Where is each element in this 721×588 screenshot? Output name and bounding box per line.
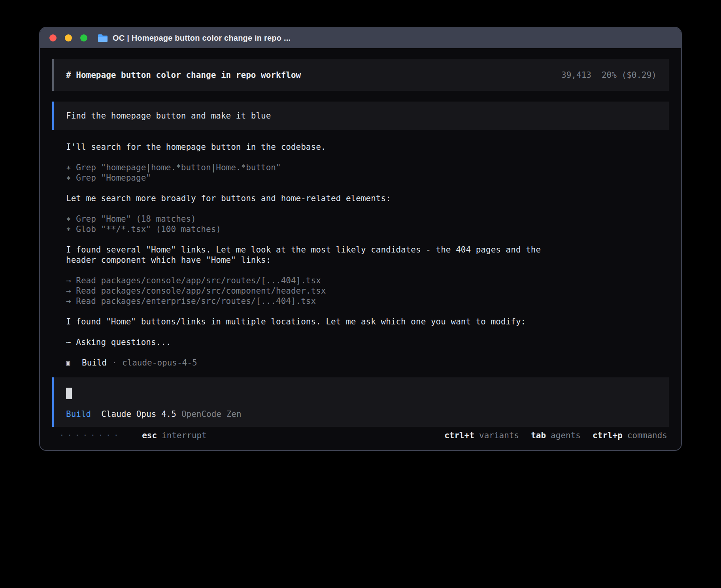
shortcut-label: agents <box>551 430 581 441</box>
agent-icon: ▣ <box>66 358 82 368</box>
paragraph: ~ Asking questions... <box>66 337 566 347</box>
terminal-window: OC | Homepage button color change in rep… <box>39 27 682 451</box>
input-mode-row: Build Claude Opus 4.5 OpenCode Zen <box>66 409 657 419</box>
zoom-button[interactable] <box>80 34 87 41</box>
status-bar: ········ esc interrupt ctrl+t variants t… <box>52 430 669 441</box>
shortcut-key: tab <box>531 430 546 441</box>
shortcut-key: ctrl+t <box>444 430 474 441</box>
agent-model: claude-opus-4-5 <box>122 358 197 368</box>
tool-call-read: → Read packages/enterprise/src/routes/[.… <box>66 296 566 306</box>
close-button[interactable] <box>49 34 57 41</box>
tool-call-grep: ∗ Grep "Home" (18 matches) <box>66 214 566 224</box>
context-cost: 20% ($0.29) <box>602 70 657 80</box>
minimize-button[interactable] <box>65 34 72 41</box>
tool-call-grep: ∗ Grep "Homepage" <box>66 173 566 183</box>
agent-status-row: ▣ Build · claude-opus-4-5 <box>52 358 669 368</box>
session-stats: 39,413 20% ($0.29) <box>561 70 657 80</box>
shortcut-agents: tab agents <box>531 430 581 441</box>
paragraph: Let me search more broadly for buttons a… <box>66 193 566 204</box>
status-bar-left: ········ esc interrupt <box>59 430 207 441</box>
window-title: OC | Homepage button color change in rep… <box>113 34 291 43</box>
text-cursor <box>66 388 72 399</box>
shortcut-label: commands <box>627 430 667 441</box>
titlebar[interactable]: OC | Homepage button color change in rep… <box>40 28 681 48</box>
tool-call-read: → Read packages/console/app/src/routes/[… <box>66 275 566 286</box>
paragraph: ∗ Grep "homepage|home.*button|Home.*butt… <box>66 162 566 183</box>
tool-call-read: → Read packages/console/app/src/componen… <box>66 286 566 296</box>
folder-icon <box>98 34 108 42</box>
assistant-text: I found several "Home" links. Let me loo… <box>66 245 566 265</box>
paragraph: I found "Home" buttons/links in multiple… <box>66 317 566 327</box>
terminal-content: # Homepage button color change in repo w… <box>40 48 681 441</box>
assistant-text: Let me search more broadly for buttons a… <box>66 193 566 204</box>
shortcut-variants: ctrl+t variants <box>444 430 519 441</box>
spinner-dots: ········ <box>59 430 121 441</box>
provider-label: OpenCode Zen <box>181 409 242 419</box>
session-header: # Homepage button color change in repo w… <box>52 59 669 91</box>
traffic-lights <box>49 34 87 41</box>
paragraph: I found several "Home" links. Let me loo… <box>66 245 566 265</box>
status-bar-right: ctrl+t variants tab agents ctrl+p comman… <box>444 430 667 441</box>
shortcut-key: ctrl+p <box>593 430 623 441</box>
user-message: Find the homepage button and make it blu… <box>52 102 669 130</box>
paragraph: I'll search for the homepage button in t… <box>66 142 566 152</box>
model-label: Claude Opus 4.5 <box>101 409 176 419</box>
assistant-transcript: I'll search for the homepage button in t… <box>52 142 566 347</box>
tool-call-grep: ∗ Grep "homepage|home.*button|Home.*butt… <box>66 162 566 173</box>
agent-separator: · <box>112 358 117 368</box>
agent-name: Build <box>82 358 107 368</box>
shortcut-commands: ctrl+p commands <box>593 430 667 441</box>
token-count: 39,413 <box>561 70 591 80</box>
prompt-input[interactable]: Build Claude Opus 4.5 OpenCode Zen <box>52 377 669 427</box>
session-title: # Homepage button color change in repo w… <box>66 70 301 80</box>
mode-label: Build <box>66 409 91 419</box>
title-group: OC | Homepage button color change in rep… <box>98 34 291 43</box>
assistant-text: I'll search for the homepage button in t… <box>66 142 566 152</box>
esc-key-hint: esc <box>142 430 157 441</box>
shortcut-label: variants <box>479 430 519 441</box>
tool-call-glob: ∗ Glob "**/*.tsx" (100 matches) <box>66 224 566 234</box>
assistant-text: I found "Home" buttons/links in multiple… <box>66 317 566 327</box>
user-message-text: Find the homepage button and make it blu… <box>66 111 271 121</box>
assistant-status-text: ~ Asking questions... <box>66 337 566 347</box>
esc-key-label: interrupt <box>162 430 207 441</box>
paragraph: → Read packages/console/app/src/routes/[… <box>66 275 566 306</box>
paragraph: ∗ Grep "Home" (18 matches) ∗ Glob "**/*.… <box>66 214 566 234</box>
